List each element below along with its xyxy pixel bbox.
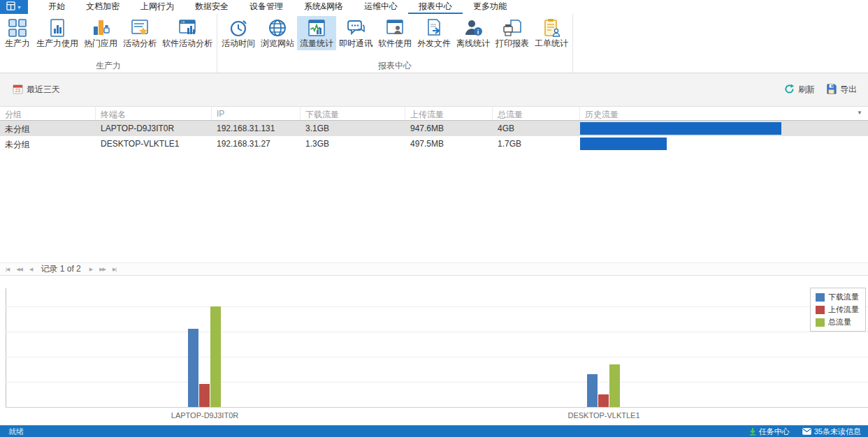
gridline-2gb [6,357,868,357]
first-page-button[interactable]: |◀ [4,267,10,272]
ribbon-button-user-info[interactable]: i离线统计 [454,16,493,50]
doc-arrow-icon [424,17,444,38]
envelope-icon [802,428,811,435]
column-header-1[interactable]: 分组 [0,107,96,120]
export-label: 导出 [840,84,857,96]
cell-upload: 497.5MB [405,136,493,151]
ribbon-button-chat[interactable]: 即时通讯 [336,16,375,50]
menu-tab-5[interactable]: 设备管理 [239,0,294,14]
printer-icon [502,17,523,38]
ribbon-button-doc-bars[interactable]: 生产力使用 [34,16,81,50]
gridline-1gb [6,382,868,383]
traffic-chart-icon [306,17,327,38]
table-row-LAPTOP-D9J3IT0R[interactable]: 未分组LAPTOP-D9J3IT0R192.168.31.1313.1GB947… [0,121,868,136]
legend-label: 下载流量 [828,292,859,302]
ribbon-button-hot-apps[interactable]: 热门应用 [81,16,120,50]
cell-ip: 192.168.31.27 [212,136,301,151]
refresh-icon [784,84,795,96]
ribbon-button-window-bars[interactable]: 软件活动分析 [159,16,215,50]
bar-总流量-DESKTOP-VLKTLE1 [609,364,620,407]
legend-label: 上传流量 [828,304,859,315]
ribbon-group-1: 生产力生产力使用热门应用活动分析软件活动分析生产力 [0,14,217,73]
app-logo-icon [6,1,15,13]
calendar-icon: 23 [13,84,23,96]
menu-tab-label: 数据安全 [195,1,229,13]
cell-upload: 947.6MB [405,121,493,136]
ribbon-button-printer[interactable]: 打印报表 [493,16,532,50]
menu-tab-2[interactable]: 文档加密 [75,0,130,14]
column-header-2[interactable]: 终端名 [96,107,212,120]
bar-总流量-LAPTOP-D9J3IT0R [210,306,221,407]
cell-terminal: DESKTOP-VLKTLE1 [96,136,212,151]
grid-icon [7,17,28,38]
app-window: ▼ 开始文档加密上网行为数据安全设备管理系统&网络运维中心报表中心更多功能 生产… [0,0,868,437]
ribbon-button-label: 浏览网站 [261,39,294,48]
task-center-button[interactable]: 任务中心 [749,427,790,437]
menu-tab-label: 上网行为 [140,1,174,13]
ribbon-button-label: 软件活动分析 [162,39,212,48]
ribbon-button-clipboard-user[interactable]: 工单统计 [532,16,571,50]
report-toolbar: 23 最近三天 刷新 导出 [0,73,868,106]
ribbon-button-label: 软件使用 [378,39,412,48]
ribbon-button-label: 生产力 [5,39,30,48]
cell-ip: 192.168.31.131 [212,121,301,136]
table-empty-area [0,151,868,262]
unread-messages-label: 35条未读信息 [814,427,861,437]
ribbon-button-globe[interactable]: 浏览网站 [258,16,297,50]
table-header-row: 分组终端名IP下载流量上传流量总流量历史流量▼ [0,106,868,121]
ribbon-button-traffic-chart[interactable]: 流量统计 [297,16,336,50]
menu-tab-label: 开始 [48,1,65,13]
column-header-4[interactable]: 下载流量 [301,107,405,120]
menu-tab-label: 文档加密 [86,1,120,13]
legend-item-上传流量: 上传流量 [816,304,859,315]
prev-page-button[interactable]: ◀ [28,267,34,272]
menu-tab-6[interactable]: 系统&网络 [294,0,354,14]
ribbon-button-label: 活动分析 [123,39,157,48]
ribbon-button-label: 打印报表 [496,39,529,48]
chart-legend: 下载流量上传流量总流量 [810,288,866,332]
next-page-button[interactable]: ▶ [88,267,94,272]
menu-tab-7[interactable]: 运维中心 [354,0,408,14]
menu-tab-4[interactable]: 数据安全 [185,0,239,14]
x-axis-line [6,407,868,408]
app-menu-button[interactable]: ▼ [0,0,28,14]
doc-star-icon [129,17,150,38]
ribbon-button-doc-star[interactable]: 活动分析 [120,16,159,50]
ribbon-button-doc-arrow[interactable]: 外发文件 [414,16,454,50]
last-page-button[interactable]: ▶| [111,267,117,272]
menu-tab-1[interactable]: 开始 [38,0,75,14]
clock-icon [228,17,249,38]
gridline-4gb [6,306,868,307]
bar-上传流量-LAPTOP-D9J3IT0R [199,384,210,407]
status-bar: 就绪 任务中心 35条未读信息 [0,425,868,437]
export-button[interactable]: 导出 [826,84,857,96]
ribbon: 生产力生产力使用热门应用活动分析软件活动分析生产力活动时间浏览网站流量统计即时通… [0,14,868,73]
column-header-5[interactable]: 上传流量 [405,107,493,120]
refresh-button[interactable]: 刷新 [784,84,815,96]
svg-text:23: 23 [15,88,21,93]
menu-tab-3[interactable]: 上网行为 [130,0,185,14]
menu-tab-8[interactable]: 报表中心 [408,0,463,14]
date-range-filter-button[interactable]: 23 最近三天 [13,84,60,96]
column-header-6[interactable]: 总流量 [493,107,580,120]
chat-icon [345,17,366,38]
ribbon-button-clock[interactable]: 活动时间 [219,16,258,50]
ribbon-button-window-user[interactable]: 软件使用 [375,16,414,50]
column-chooser-dropdown-icon[interactable]: ▼ [857,110,862,116]
category-label: LAPTOP-D9J3IT0R [171,411,238,420]
menu-tab-label: 系统&网络 [304,1,343,13]
cell-total: 4GB [493,121,580,136]
user-info-icon: i [463,17,484,38]
fast-next-page-button[interactable]: ▶▶ [98,267,107,272]
date-range-label: 最近三天 [27,84,60,96]
status-ready-label: 就绪 [8,427,24,437]
hot-apps-icon [90,17,111,38]
ribbon-button-label: 离线统计 [456,39,490,48]
fast-prev-page-button[interactable]: ◀◀ [15,267,24,272]
unread-messages-button[interactable]: 35条未读信息 [802,427,861,437]
ribbon-button-grid[interactable]: 生产力 [1,16,34,50]
menu-tab-9[interactable]: 更多功能 [463,0,517,14]
table-row-DESKTOP-VLKTLE1[interactable]: 未分组DESKTOP-VLKTLE1192.168.31.271.3GB497.… [0,136,868,151]
column-header-7[interactable]: 历史流量▼ [580,107,868,120]
column-header-3[interactable]: IP [212,107,301,120]
